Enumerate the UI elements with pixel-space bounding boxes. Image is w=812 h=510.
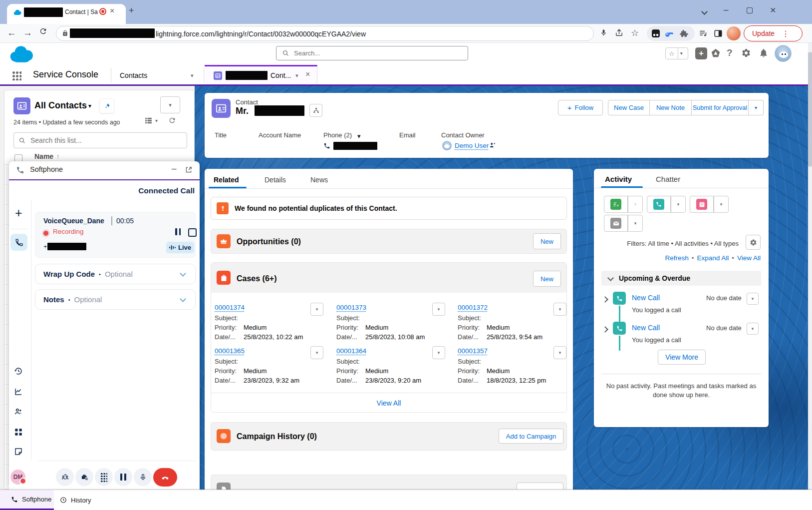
pin-icon[interactable] — [99, 98, 114, 113]
tab-related[interactable]: Related — [214, 176, 239, 184]
global-actions-icon[interactable]: + — [695, 47, 707, 59]
case-number-link[interactable]: 00001365 — [215, 347, 245, 355]
notifications-bell-icon[interactable] — [759, 48, 769, 58]
browser-profile-avatar[interactable] — [727, 26, 741, 40]
end-call-button[interactable] — [153, 468, 177, 487]
window-minimize-button[interactable]: – — [724, 5, 728, 15]
email-button[interactable] — [604, 215, 628, 232]
device-settings-button[interactable] — [75, 468, 93, 486]
bookmark-star-icon[interactable]: ☆ — [631, 27, 639, 38]
tab-details[interactable]: Details — [265, 176, 286, 184]
new-case-button[interactable]: New Case — [608, 100, 650, 115]
page-scrollbar-thumb[interactable] — [808, 52, 812, 167]
phone-field-chevron-icon[interactable]: ▾ — [357, 132, 361, 140]
case-row-actions-button[interactable]: ▾ — [310, 346, 323, 359]
owner-link[interactable]: Demo User — [455, 142, 489, 149]
new-tab-button[interactable]: + — [129, 5, 134, 16]
new-task-button[interactable] — [604, 196, 628, 213]
case-number-link[interactable]: 00001357 — [458, 347, 488, 355]
global-search-box[interactable] — [276, 46, 468, 60]
change-owner-icon[interactable] — [489, 142, 496, 149]
mic-icon[interactable] — [600, 28, 607, 37]
campaign-history-title[interactable]: Campaign History (0) — [237, 432, 317, 441]
setup-gear-icon[interactable] — [741, 48, 751, 58]
pause-recording-icon[interactable] — [175, 228, 181, 235]
timeline-expand-chevron-icon[interactable] — [603, 296, 607, 303]
forward-button[interactable]: → — [23, 27, 32, 38]
case-number-link[interactable]: 00001372 — [458, 304, 488, 311]
expand-all-link[interactable]: Expand All — [697, 254, 729, 262]
list-view-controls-button[interactable]: ▾ — [160, 96, 180, 113]
wrapup-chevron-icon[interactable] — [180, 270, 186, 277]
stop-recording-icon[interactable] — [188, 228, 197, 237]
list-search-input[interactable] — [29, 136, 171, 145]
share-icon[interactable] — [615, 28, 623, 37]
side-panel-icon[interactable] — [714, 29, 723, 38]
favorites-button-group[interactable]: ☆ ▾ — [665, 47, 688, 59]
view-all-link[interactable]: View All — [737, 254, 761, 262]
log-call-button[interactable] — [647, 196, 671, 213]
case-row-actions-button[interactable]: ▾ — [310, 303, 323, 316]
user-avatar[interactable] — [775, 45, 792, 62]
add-to-campaign-button[interactable]: Add to Campaign — [499, 429, 563, 444]
extension-key-icon[interactable] — [665, 29, 673, 38]
case-row-actions-button[interactable]: ▾ — [432, 303, 445, 316]
view-more-button[interactable]: View More — [658, 350, 706, 365]
softphone-new-call-plus[interactable]: + — [15, 206, 22, 220]
extension-puzzle-icon[interactable] — [680, 29, 688, 38]
help-icon[interactable]: ? — [727, 47, 733, 58]
new-event-dropdown-button[interactable]: ▾ — [714, 196, 729, 213]
global-search-input[interactable] — [293, 49, 445, 57]
new-task-dropdown-button[interactable]: ▾ — [628, 196, 643, 213]
subtab-contact[interactable]: Cont... ▾ × — [205, 65, 317, 84]
tab-chatter[interactable]: Chatter — [656, 175, 680, 183]
field-phone-label[interactable]: Phone (2) — [323, 131, 352, 139]
display-as-chevron-icon[interactable]: ▾ — [155, 118, 158, 123]
rail-history-icon[interactable] — [14, 367, 23, 376]
update-button[interactable]: Update ⋮ — [744, 25, 803, 41]
rail-chart-icon[interactable] — [14, 387, 23, 396]
submit-for-approval-button[interactable]: Submit for Approval — [692, 100, 749, 115]
cases-new-button[interactable]: New — [533, 271, 561, 287]
favorite-star-icon[interactable]: ☆ — [669, 50, 675, 57]
rail-contacts-icon[interactable] — [14, 407, 23, 416]
tab-close-icon[interactable]: × — [110, 6, 114, 15]
tab-news[interactable]: News — [310, 176, 328, 184]
notes-chevron-icon[interactable] — [180, 296, 186, 302]
case-number-link[interactable]: 00001364 — [336, 347, 366, 355]
cases-title[interactable]: Cases (6+) — [237, 274, 277, 283]
window-maximize-button[interactable] — [747, 7, 753, 13]
wrapup-section[interactable]: Wrap Up Code • Optional — [35, 264, 196, 284]
list-view-chevron-icon[interactable]: ▾ — [88, 102, 91, 109]
extension-badge-icon[interactable] — [652, 29, 660, 37]
rail-notes-icon[interactable] — [14, 447, 23, 456]
rail-phone-tab[interactable] — [10, 234, 27, 251]
timeline-item-title[interactable]: New Call — [632, 294, 660, 302]
activity-filters-gear-button[interactable] — [746, 235, 761, 250]
cases-view-all-link[interactable]: View All — [211, 399, 566, 407]
nav-tab-contacts[interactable]: Contacts — [120, 71, 147, 79]
hold-call-button[interactable] — [114, 468, 132, 486]
reload-button[interactable] — [39, 27, 47, 35]
utility-history-tab[interactable]: History — [54, 490, 104, 510]
opportunities-title[interactable]: Opportunities (0) — [237, 237, 301, 246]
new-note-button[interactable]: New Note — [650, 100, 692, 115]
case-number-link[interactable]: 00001374 — [215, 304, 245, 311]
subtab-close-icon[interactable]: × — [305, 70, 310, 79]
timeline-expand-chevron-icon[interactable] — [603, 326, 607, 333]
refresh-link[interactable]: Refresh — [665, 254, 688, 262]
nav-tab-contacts-chevron-icon[interactable]: ▾ — [191, 72, 194, 79]
window-chevron-icon[interactable] — [702, 8, 707, 15]
upcoming-overdue-header[interactable]: Upcoming & Overdue — [601, 271, 761, 286]
name-column-header[interactable]: Name — [34, 152, 53, 160]
list-refresh-icon[interactable] — [168, 116, 176, 124]
timeline-item-title[interactable]: New Call — [632, 324, 660, 332]
new-event-button[interactable] — [690, 196, 714, 213]
agent-avatar[interactable]: DM — [10, 470, 25, 485]
tab-activity[interactable]: Activity — [605, 175, 632, 183]
transfer-call-button[interactable] — [56, 468, 74, 486]
case-row-actions-button[interactable]: ▾ — [432, 346, 445, 359]
notes-section[interactable]: Notes • Optional — [35, 289, 196, 310]
log-call-dropdown-button[interactable]: ▾ — [671, 196, 686, 213]
record-actions-overflow-button[interactable]: ▾ — [749, 100, 764, 115]
